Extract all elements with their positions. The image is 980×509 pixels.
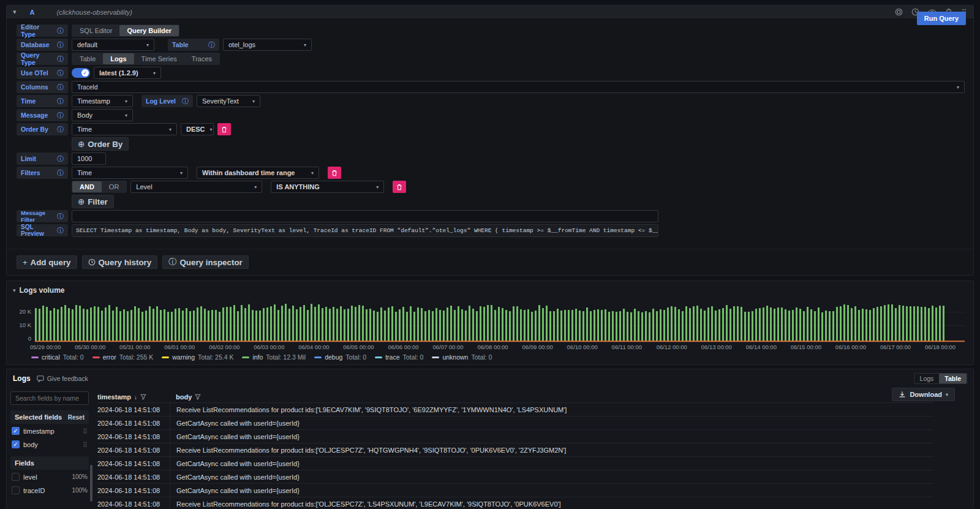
drag-handle-icon[interactable] [83, 428, 88, 434]
info-icon[interactable]: ⓘ [57, 26, 64, 36]
limit-input[interactable]: 1000 [72, 153, 106, 165]
field-name: traceID [23, 487, 45, 494]
legend-item-critical[interactable]: criticalTotal: 0 [31, 353, 84, 361]
view-table-option[interactable]: Table [939, 374, 967, 383]
sort-desc-icon[interactable]: ↓ [134, 394, 137, 401]
volume-bar [362, 306, 364, 342]
view-logs-option[interactable]: Logs [914, 374, 940, 383]
run-query-button[interactable]: Run Query [917, 12, 966, 25]
info-icon[interactable]: ⓘ [57, 97, 64, 106]
duplicate-icon[interactable] [895, 8, 903, 16]
info-icon[interactable]: ⓘ [57, 168, 64, 178]
order-by-field-select[interactable]: Time▾ [72, 123, 177, 135]
volume-bar [748, 312, 750, 342]
checkbox-unchecked[interactable] [12, 486, 20, 494]
remove-order-by-button[interactable] [217, 123, 231, 135]
otel-version-select[interactable]: latest (1.2.9)▾ [94, 67, 161, 79]
database-select[interactable]: default▾ [72, 39, 154, 51]
reset-button[interactable]: Reset [68, 414, 85, 421]
message-filter-input[interactable] [72, 210, 658, 222]
download-button[interactable]: Download ▾ [892, 388, 955, 401]
remove-filter2-button[interactable] [393, 181, 406, 193]
table-row[interactable]: 2024-06-18 14:51:08GetCartAsync called w… [97, 416, 933, 429]
table-select[interactable]: otel_logs▾ [223, 39, 312, 51]
table-row[interactable]: 2024-06-18 14:51:08Receive ListRecommend… [97, 402, 933, 416]
legend-label: error [103, 353, 116, 361]
query-type-logs[interactable]: Logs [103, 53, 134, 64]
legend-item-warning[interactable]: warningTotal: 25.4 K [162, 353, 233, 361]
checkbox-unchecked[interactable] [12, 473, 20, 481]
info-icon[interactable]: ⓘ [57, 212, 64, 221]
info-icon[interactable]: ⓘ [57, 125, 64, 134]
info-icon[interactable]: ⓘ [57, 226, 64, 235]
query-history-button[interactable]: Query history [82, 255, 158, 269]
table-row[interactable]: 2024-06-18 14:51:08GetCartAsync called w… [97, 429, 933, 443]
sidebar-scrollbar[interactable] [90, 465, 92, 502]
volume-bar [233, 305, 235, 342]
info-icon[interactable]: ⓘ [57, 40, 64, 50]
volume-bar [847, 305, 849, 342]
columns-row: Columnsⓘ TraceId▾ [17, 81, 965, 93]
checkbox-checked[interactable]: ✓ [12, 427, 20, 435]
volume-bar [696, 306, 698, 342]
filter1-field-select[interactable]: Time▾ [72, 167, 188, 179]
legend-item-info[interactable]: infoTotal: 12.3 Mil [242, 353, 306, 361]
table-row[interactable]: 2024-06-18 14:51:08Receive ListRecommend… [97, 497, 933, 509]
query-type-table[interactable]: Table [72, 53, 103, 64]
info-icon[interactable]: ⓘ [208, 40, 215, 50]
and-option[interactable]: AND [72, 181, 102, 192]
collapse-chevron-icon[interactable]: ▾ [13, 8, 17, 16]
query-ref-id[interactable]: A [30, 9, 35, 16]
body-column-header[interactable]: body [170, 393, 201, 401]
or-option[interactable]: OR [102, 181, 127, 192]
info-icon[interactable]: ⓘ [57, 111, 64, 120]
filter2-field-select[interactable]: Level▾ [130, 181, 262, 193]
time-column-select[interactable]: Timestamp▾ [72, 95, 133, 107]
collapse-chevron-icon[interactable]: ▾ [13, 287, 16, 293]
legend-item-debug[interactable]: debugTotal: 0 [314, 353, 366, 361]
volume-bar [450, 306, 452, 342]
table-row[interactable]: 2024-06-18 14:51:08GetCartAsync called w… [97, 483, 933, 497]
add-query-button[interactable]: +Add query [17, 255, 77, 269]
query-builder-option[interactable]: Query Builder [119, 25, 179, 36]
volume-bar [86, 309, 88, 342]
selected-field-body: ✓body [10, 437, 89, 451]
legend-total: Total: 25.4 K [198, 353, 233, 361]
table-row[interactable]: 2024-06-18 14:51:08Receive ListRecommend… [97, 443, 933, 456]
x-tick: 06/07 00:00 [432, 344, 477, 350]
filter2-operator-select[interactable]: IS ANYTHING▾ [271, 181, 384, 193]
volume-bar [781, 307, 783, 342]
use-otel-toggle[interactable]: ✓ [72, 68, 90, 78]
drag-handle-icon[interactable] [83, 441, 88, 448]
query-type-timeseries[interactable]: Time Series [134, 53, 184, 64]
legend-item-unknown[interactable]: unknownTotal: 0 [432, 353, 492, 361]
give-feedback-link[interactable]: Give feedback [37, 375, 88, 382]
add-filter-button[interactable]: ⊕Filter [72, 195, 114, 208]
info-icon[interactable]: ⓘ [182, 97, 189, 106]
info-icon[interactable]: ⓘ [57, 154, 64, 164]
log-level-select[interactable]: SeverityText▾ [197, 95, 260, 107]
timestamp-column-header[interactable]: timestamp ↓ [97, 393, 170, 401]
remove-filter1-button[interactable] [328, 167, 341, 179]
table-row[interactable]: 2024-06-18 14:51:08GetCartAsync called w… [97, 470, 933, 483]
legend-item-error[interactable]: errorTotal: 255 K [92, 353, 154, 361]
sql-editor-option[interactable]: SQL Editor [72, 25, 119, 36]
info-icon[interactable]: ⓘ [57, 55, 64, 64]
logs-volume-header[interactable]: ▾ Logs volume [7, 284, 973, 298]
order-by-direction-select[interactable]: DESC▾ [181, 123, 214, 135]
message-column-select[interactable]: Body▾ [72, 109, 133, 121]
columns-multiselect[interactable]: TraceId▾ [72, 81, 965, 93]
query-type-traces[interactable]: Traces [184, 53, 219, 64]
info-icon[interactable]: ⓘ [57, 69, 64, 78]
search-fields-input[interactable] [10, 391, 89, 405]
table-row[interactable]: 2024-06-18 14:51:08GetCartAsync called w… [97, 456, 933, 470]
logs-volume-chart[interactable]: 20 K 10 K 0 [15, 300, 965, 342]
checkbox-checked[interactable]: ✓ [12, 440, 20, 448]
legend-item-trace[interactable]: traceTotal: 0 [375, 353, 423, 361]
chart-plot[interactable] [35, 300, 965, 342]
query-inspector-button[interactable]: ⓘQuery inspector [162, 255, 249, 269]
filter1-operator-select[interactable]: Within dashboard time range▾ [197, 167, 319, 179]
add-order-by-button[interactable]: ⊕Order By [72, 137, 129, 151]
info-icon[interactable]: ⓘ [57, 83, 64, 92]
volume-bar [729, 309, 731, 342]
